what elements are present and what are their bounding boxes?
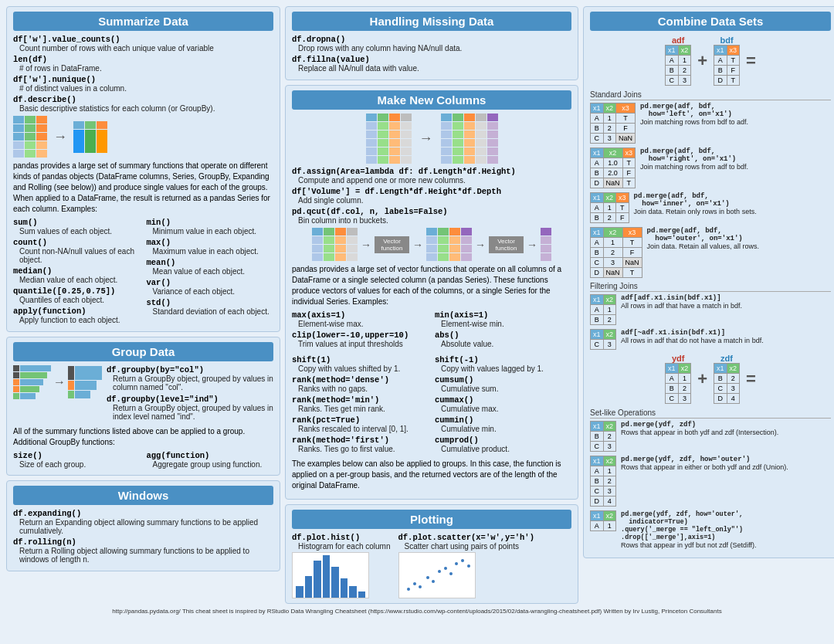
join-outer: x1x2x3 A1T B2F C3NaN DNaNT pd.merge(adf,…: [590, 227, 831, 278]
group-visual-area: →: [13, 365, 273, 423]
join-left: x1x2x3 A1T B2F C3NaN pd.merge(adf, bdf, …: [590, 103, 831, 144]
missing-section: Handling Missing Data df.dropna() Drop r…: [285, 6, 578, 80]
set-op-2: x1x2 A1 B2 C3 D4 pd.merge(ydf, zdf, how=…: [590, 456, 831, 507]
vector-funcs: max(axis=1)Element-wise max. clip(lower=…: [292, 310, 571, 456]
scatter-chart: [398, 552, 476, 598]
group-extra-funcs: size() Size of each group. agg(function)…: [13, 451, 273, 470]
plotting-title: Plotting: [292, 510, 571, 529]
summarize-visual: →: [13, 116, 273, 158]
join-inner: x1x2x3 A1T B2F pd.merge(adf, bdf, how='i…: [590, 192, 831, 223]
make-columns-visual: →: [292, 114, 571, 164]
group-summary-text: All of the summary functions listed abov…: [13, 426, 273, 448]
combine-equation-2: ydf x1x2 A1 B2 C3 + zdf x1x2 B2 C3: [590, 354, 831, 404]
group-funcs: df.groupby(by="col") Return a GroupBy ob…: [107, 365, 273, 423]
vector-visual: → Vectorfunction → → Vectorfunction →: [292, 228, 571, 261]
summarize-title: Summarize Data: [13, 12, 273, 31]
filter-join-2: x1x2 C3 adf[~adf.x1.isin(bdf.x1)] All ro…: [590, 329, 831, 350]
group-section: Group Data: [6, 337, 280, 476]
standard-joins-title: Standard Joins: [590, 90, 831, 100]
summarize-func-2: len(df) # of rows in DataFrame.: [13, 55, 273, 73]
group-visual: →: [13, 365, 102, 399]
combine-title: Combine Data Sets: [590, 12, 831, 31]
combine-equation: adf x1x2 A1 B2 C3 + bdf x1x3 AT BF: [590, 36, 831, 86]
summarize-func-grid: sum()Sum values of each object. count()C…: [13, 218, 273, 327]
histogram-chart: [292, 552, 369, 598]
footer: http://pandas.pydata.org/ This cheat she…: [6, 608, 828, 615]
join-right: x1x2x3 A1.0T B2.0F DNaNT pd.merge(adf, b…: [590, 147, 831, 188]
vector-description: pandas provides a large set of vector fu…: [292, 264, 571, 307]
set-op-1: x1x2 B2 C3 pd.merge(ydf, zdf) Rows that …: [590, 421, 831, 452]
missing-title: Handling Missing Data: [292, 12, 571, 31]
summarize-func-1: df['w'].value_counts() Count number of r…: [13, 35, 273, 53]
filter-join-1: x1x2 A1 B2 adf[adf.x1.isin(bdf.x1)] All …: [590, 294, 831, 325]
make-columns-section: Make New Columns →: [285, 85, 578, 500]
group-apply-text: The examples below can also be applied t…: [292, 459, 571, 491]
summarize-func-3: df['w'].nunique() # of distinct values i…: [13, 75, 273, 93]
plotting-section: Plotting df.plot.hist() Histogram for ea…: [285, 504, 578, 604]
make-columns-title: Make New Columns: [292, 90, 571, 110]
windows-section: Windows df.expanding() Return an Expandi…: [6, 480, 280, 571]
summarize-description: pandas provides a large set of summary f…: [13, 161, 273, 215]
combine-section: Combine Data Sets adf x1x2 A1 B2 C3 + bd…: [583, 6, 834, 558]
set-op-3: x1x2 A1 pd.merge(ydf, zdf, how='outer', …: [590, 510, 831, 549]
group-title: Group Data: [13, 342, 273, 361]
summarize-section: Summarize Data df['w'].value_counts() Co…: [6, 6, 280, 332]
summarize-right-funcs: min()Minimum value in each object. max()…: [147, 218, 274, 327]
filtering-joins-title: Filtering Joins: [590, 282, 831, 292]
set-like-title: Set-like Operations: [590, 408, 831, 419]
plotting-content: df.plot.hist() Histogram for each column: [292, 533, 571, 598]
summarize-func-4: df.describe() Basic descriptive statisti…: [13, 95, 273, 113]
windows-title: Windows: [13, 486, 273, 505]
summarize-left-funcs: sum()Sum values of each object. count()C…: [13, 218, 141, 327]
